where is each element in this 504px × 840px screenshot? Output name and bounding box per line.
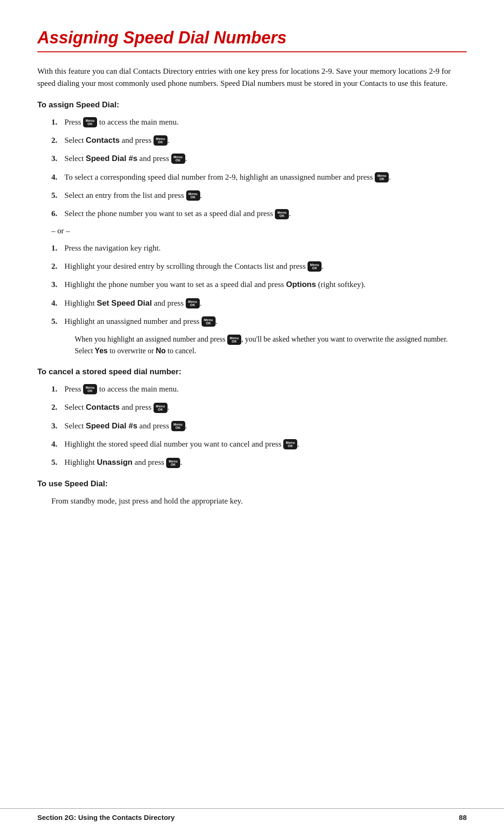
- list-item: 3. Highlight the phone number you want t…: [51, 279, 467, 291]
- footer-section-label: Section 2G: Using the Contacts Directory: [37, 813, 175, 821]
- menu-ok-icon: MenuOK: [186, 298, 200, 308]
- menu-ok-icon: MenuOK: [202, 316, 216, 327]
- list-number: 5.: [51, 315, 64, 328]
- footer-page-number: 88: [459, 813, 467, 821]
- list-item: 5. Select an entry from the list and pre…: [51, 189, 467, 202]
- list-item: 5. Highlight an unassigned number and pr…: [51, 315, 467, 328]
- list-text: Press the navigation key right.: [64, 242, 467, 254]
- bold-set-speed-dial: Set Speed Dial: [97, 299, 152, 308]
- list-number: 2.: [51, 260, 64, 273]
- list-item: 3. Select Speed Dial #s and press MenuOK…: [51, 153, 467, 165]
- bold-options: Options: [286, 280, 316, 289]
- section2-list: 1. Press MenuOK to access the main menu.…: [51, 383, 467, 469]
- list-item: 6. Select the phone number you want to s…: [51, 208, 467, 220]
- menu-ok-icon: MenuOK: [186, 190, 200, 201]
- or-divider: – or –: [51, 226, 467, 236]
- page-content: Assigning Speed Dial Numbers With this f…: [0, 0, 504, 545]
- list-number: 5.: [51, 189, 64, 202]
- list-item: 1. Press MenuOK to access the main menu.: [51, 383, 467, 395]
- list-number: 1.: [51, 242, 64, 254]
- list-text: Highlight your desired entry by scrollin…: [64, 260, 467, 273]
- list-number: 4.: [51, 438, 64, 450]
- list-number: 2.: [51, 401, 64, 413]
- menu-ok-icon: MenuOK: [171, 154, 185, 164]
- list-item: 4. Highlight the stored speed dial numbe…: [51, 438, 467, 450]
- menu-ok-icon: MenuOK: [375, 172, 389, 182]
- list-number: 1.: [51, 383, 64, 395]
- menu-ok-icon: MenuOK: [166, 458, 180, 468]
- menu-ok-icon: MenuOK: [283, 439, 297, 449]
- list-item: 2. Select Contacts and press MenuOK.: [51, 134, 467, 147]
- list-text: Select Speed Dial #s and press MenuOK.: [64, 420, 467, 432]
- list-text: Press MenuOK to access the main menu.: [64, 116, 467, 128]
- list-number: 2.: [51, 134, 64, 147]
- menu-ok-icon: MenuOK: [308, 261, 322, 272]
- list-item: 2. Highlight your desired entry by scrol…: [51, 260, 467, 273]
- menu-ok-icon: MenuOK: [83, 117, 97, 127]
- list-text: Select the phone number you want to set …: [64, 208, 467, 220]
- section3-text: From standby mode, just press and hold t…: [51, 495, 467, 507]
- list-text: Select an entry from the list and press …: [64, 189, 467, 202]
- section3-heading: To use Speed Dial:: [37, 479, 467, 489]
- bold-contacts: Contacts: [86, 403, 120, 412]
- bold-yes: Yes: [95, 347, 108, 355]
- list-number: 6.: [51, 208, 64, 220]
- list-number: 4.: [51, 171, 64, 183]
- page-title: Assigning Speed Dial Numbers: [37, 28, 467, 52]
- menu-ok-icon: MenuOK: [275, 209, 289, 219]
- list-item: 5. Highlight Unassign and press MenuOK.: [51, 456, 467, 469]
- list-text: Highlight an unassigned number and press…: [64, 315, 467, 328]
- page-footer: Section 2G: Using the Contacts Directory…: [0, 808, 504, 821]
- list-item: 2. Select Contacts and press MenuOK.: [51, 401, 467, 413]
- list-number: 5.: [51, 456, 64, 469]
- list-number: 3.: [51, 420, 64, 432]
- list-text: Select Contacts and press MenuOK.: [64, 134, 467, 147]
- list-text: Highlight the phone number you want to s…: [64, 279, 467, 291]
- list-text: Highlight the stored speed dial number y…: [64, 438, 467, 450]
- list-number: 3.: [51, 153, 64, 165]
- section1b-list: 1. Press the navigation key right. 2. Hi…: [51, 242, 467, 328]
- list-number: 3.: [51, 279, 64, 291]
- section1-heading: To assign Speed Dial:: [37, 100, 467, 110]
- list-text: Select Speed Dial #s and press MenuOK.: [64, 153, 467, 165]
- list-item: 1. Press the navigation key right.: [51, 242, 467, 254]
- menu-ok-icon: MenuOK: [83, 384, 97, 394]
- list-text: To select a corresponding speed dial num…: [64, 171, 467, 183]
- bold-speed-dial-s: Speed Dial #s: [86, 421, 138, 430]
- list-text: Highlight Unassign and press MenuOK.: [64, 456, 467, 469]
- list-text: Select Contacts and press MenuOK.: [64, 401, 467, 413]
- intro-paragraph: With this feature you can dial Contacts …: [37, 65, 467, 90]
- section1-list: 1. Press MenuOK to access the main menu.…: [51, 116, 467, 220]
- bold-no: No: [156, 347, 166, 355]
- section2-heading: To cancel a stored speed dial number:: [37, 367, 467, 377]
- menu-ok-icon: MenuOK: [171, 421, 185, 431]
- list-item: 4. To select a corresponding speed dial …: [51, 171, 467, 183]
- list-item: 1. Press MenuOK to access the main menu.: [51, 116, 467, 128]
- list-text: Press MenuOK to access the main menu.: [64, 383, 467, 395]
- list-number: 4.: [51, 297, 64, 309]
- bold-contacts: Contacts: [86, 136, 120, 145]
- menu-ok-icon: MenuOK: [154, 403, 168, 413]
- menu-ok-icon: MenuOK: [154, 135, 168, 146]
- bold-unassign: Unassign: [97, 458, 133, 467]
- menu-ok-icon: MenuOK: [227, 335, 241, 345]
- list-text: Highlight Set Speed Dial and press MenuO…: [64, 297, 467, 309]
- note-block: When you highlight an assigned number an…: [75, 334, 467, 357]
- list-item: 3. Select Speed Dial #s and press MenuOK…: [51, 420, 467, 432]
- bold-speed-dial-s: Speed Dial #s: [86, 154, 138, 163]
- list-item: 4. Highlight Set Speed Dial and press Me…: [51, 297, 467, 309]
- list-number: 1.: [51, 116, 64, 128]
